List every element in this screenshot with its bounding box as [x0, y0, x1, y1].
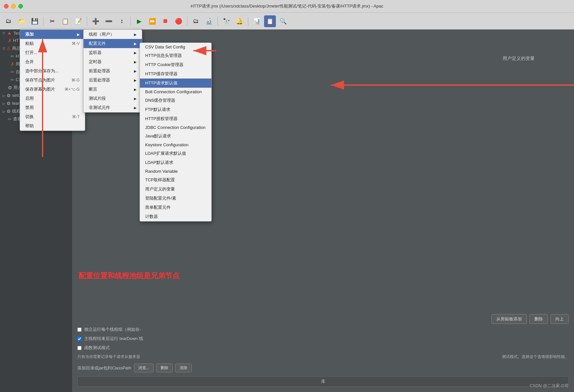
delete-button[interactable]: 删除 [529, 314, 548, 324]
checkbox-1[interactable] [77, 328, 82, 332]
checkbox-2-label: 主线程结束后运行 tearDown 线 [84, 336, 143, 342]
user-def-icon: ✗ [10, 62, 14, 67]
browse-button[interactable]: 浏览... [134, 364, 154, 372]
run-button[interactable]: ▶ [133, 15, 145, 27]
setup-icon: ⚙ [7, 93, 11, 98]
sidebar-item-label: 商品模块 [12, 45, 29, 51]
sep5 [218, 17, 218, 26]
sidebar-item-csv[interactable]: ✏ CSV可变参 [0, 76, 72, 84]
shutdown-button[interactable]: 🔴 [173, 15, 184, 27]
expand-icon: ▷ [3, 94, 5, 98]
maximize-button[interactable] [18, 4, 23, 9]
cut-button[interactable]: ✂ [46, 15, 58, 27]
csv-icon: ✏ [10, 77, 14, 82]
checkbox-3[interactable] [77, 346, 82, 350]
open-button[interactable]: 📁 [16, 15, 28, 27]
sidebar-item-label: CSV可变参 [16, 77, 37, 83]
classpath-delete-button[interactable]: 删除 [156, 364, 173, 372]
sidebar-item-user-module[interactable]: ⚙ 用户模块 [0, 84, 72, 92]
main-layout: ▽ 🔺 Test Plan ✗ HTTP请求默认值 ▽ ⚠ 商品模块 ✏ HTT… [0, 29, 574, 392]
titlebar: HTTP请求.jmx (/Users/xdclass/Desktop/Jmete… [0, 0, 574, 12]
paste-button[interactable]: 📝 [72, 15, 84, 27]
move-up-button[interactable]: 向上 [550, 314, 569, 324]
sidebar-item-label: tearDown 线程组 [12, 100, 44, 106]
checkbox-2[interactable] [77, 337, 82, 341]
window-title: HTTP请求.jmx (/Users/xdclass/Desktop/Jmete… [191, 3, 383, 9]
http-req-icon: ✏ [10, 54, 14, 59]
user-module-icon: ⚙ [8, 85, 12, 90]
toggle-button[interactable]: ↕ [116, 15, 128, 27]
clear-all-button[interactable]: 🔔 [234, 15, 245, 27]
form-area: 从剪贴板添加 删除 向上 独立运行每个线程组（例如在- 主线程结束后运行 tea… [72, 309, 574, 392]
sep4 [187, 17, 187, 26]
sidebar-item-thread-group[interactable]: ▷ ⚙ 线程组 [0, 107, 72, 115]
sidebar-item-label: HTTP请求默认值 [13, 38, 46, 44]
expand-icon: ▽ [3, 47, 5, 50]
save-button[interactable]: 💾 [29, 15, 41, 27]
thread-group-icon: ⚙ [7, 109, 11, 114]
sidebar-item-user-defined[interactable]: ✗ 用户定义的 [0, 60, 72, 68]
sep3 [130, 17, 131, 26]
action-buttons-row: 从剪贴板添加 删除 向上 [77, 314, 569, 324]
minimize-button[interactable] [11, 4, 16, 9]
sidebar-item-http-request[interactable]: ✏ HTTP请求 [0, 52, 72, 60]
expand-button[interactable]: ➕ [90, 15, 102, 27]
clear-button[interactable]: 🔭 [220, 15, 232, 27]
table-header: 库 [77, 376, 569, 387]
sidebar-item-label: 用户定义的 [16, 61, 37, 67]
help-button[interactable]: 📋 [264, 15, 276, 27]
teardown-icon: ⚙ [7, 101, 11, 106]
paste-from-clipboard-button[interactable]: 从剪贴板添加 [491, 314, 527, 324]
expand-icon: ▽ [3, 31, 5, 35]
checkbox-3-label: 函数测试模式 [84, 345, 110, 351]
user-defined-label: 用户定义的变量 [503, 56, 535, 62]
stop-button[interactable]: ⏹ [160, 15, 171, 27]
info-text-suffix: 测试模式。选择这个选项很影响性能。 [502, 354, 569, 360]
info-text-content: 只有当你需要记录每个请求从服务器 [77, 354, 140, 359]
info-text: 只有当你需要记录每个请求从服务器 测试模式。选择这个选项很影响性能。 [77, 354, 569, 360]
search-button[interactable]: 🔍 [277, 15, 289, 27]
sep1 [43, 17, 44, 26]
clear-button[interactable]: 清除 [175, 364, 192, 372]
sidebar: ▽ 🔺 Test Plan ✗ HTTP请求默认值 ▽ ⚠ 商品模块 ✏ HTT… [0, 29, 72, 392]
watermark: CSDN @二当家-D哥 [530, 383, 569, 389]
remote-stop-button[interactable]: 🔬 [203, 15, 215, 27]
sidebar-item-label: 用户模块 [13, 85, 30, 91]
traffic-lights [4, 4, 23, 9]
sidebar-item-testplan[interactable]: ▽ 🔺 Test Plan [0, 29, 72, 37]
checkbox-3-row: 函数测试模式 [77, 345, 569, 351]
run-no-pause-button[interactable]: ⏩ [146, 15, 158, 27]
checkbox-2-row: 主线程结束后运行 tearDown 线 [77, 336, 569, 342]
sidebar-item-product-module[interactable]: ▽ ⚠ 商品模块 [0, 45, 72, 52]
sep6 [248, 17, 248, 26]
copy-button[interactable]: 📋 [59, 15, 71, 27]
remote-start-button[interactable]: 🗂 [190, 15, 202, 27]
expand-icon: ▷ [3, 102, 5, 105]
classpath-label: 添加目录或jar包到ClassPath [77, 365, 131, 371]
sep2 [87, 17, 87, 26]
toolbar: 🗂 📁 💾 ✂ 📋 📝 ➕ ➖ ↕ ▶ ⏩ ⏹ 🔴 🗂 🔬 🔭 🔔 📊 📋 🔍 [0, 12, 574, 29]
sidebar-item-teardown[interactable]: ▷ ⚙ tearDown 线程组 [0, 99, 72, 107]
sidebar-item-setup[interactable]: ▷ ⚙ setUp 线程组 [0, 92, 72, 99]
content-area: 配置位置和线程池组是兄弟节点 用户定义的变量 从剪贴板添加 删除 向上 独立运行… [72, 29, 574, 392]
close-button[interactable] [4, 4, 9, 9]
function-helper-button[interactable]: 📊 [251, 15, 263, 27]
sidebar-item-label: HTTP请求 [16, 53, 35, 59]
sidebar-item-http-default[interactable]: ✗ HTTP请求默认值 [0, 37, 72, 45]
http-default-icon: ✗ [8, 38, 12, 43]
sidebar-item-result-tree[interactable]: ✏ 查看结果树 [0, 115, 72, 123]
sidebar-item-label: 线程组 [12, 108, 25, 114]
classpath-row: 添加目录或jar包到ClassPath 浏览... 删除 清除 [77, 364, 569, 372]
expand-icon: ▷ [3, 110, 5, 113]
sidebar-item-label: 自定义变量 [16, 69, 37, 75]
result-tree-icon: ✏ [8, 116, 12, 122]
sidebar-item-label: 查看结果树 [13, 116, 34, 122]
collapse-button[interactable]: ➖ [103, 15, 115, 27]
sidebar-item-label: Test Plan [13, 31, 31, 36]
custom-vars-icon: ✏ [10, 69, 14, 75]
sidebar-item-custom-vars[interactable]: ✏ 自定义变量 [0, 68, 72, 76]
new-button[interactable]: 🗂 [3, 15, 14, 27]
checkbox-1-label: 独立运行每个线程组（例如在- [84, 327, 141, 332]
sidebar-item-label: setUp 线程组 [12, 93, 37, 98]
annotation-text: 配置位置和线程池组是兄弟节点 [79, 271, 180, 281]
